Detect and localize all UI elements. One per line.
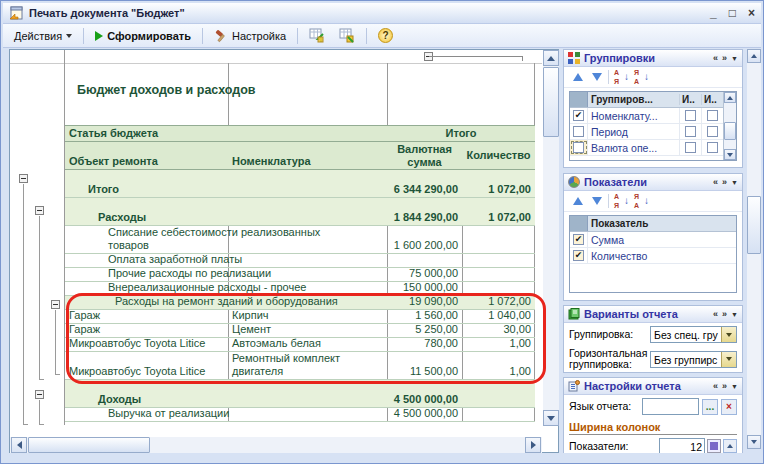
checkbox-checked[interactable]: ✔ <box>573 234 584 245</box>
cell-nomenclature[interactable]: Цемент <box>228 324 387 337</box>
expand-panel-icon[interactable]: » <box>722 309 727 319</box>
grid-header-grouping[interactable]: Группиров... <box>588 94 679 105</box>
settings-button[interactable]: Настройка <box>208 26 292 46</box>
cell-object[interactable]: Микроавтобус Toyota Litice <box>65 338 228 351</box>
cell-quantity[interactable] <box>462 282 535 295</box>
checkbox-cell[interactable] <box>679 108 701 123</box>
report-row[interactable]: ГаражЦемент5 250,0030,00 <box>65 324 535 338</box>
sort-ascending-icon[interactable]: АЯ↓ <box>613 69 629 85</box>
cell-label[interactable]: Доходы <box>65 380 387 407</box>
checkbox-unchecked[interactable] <box>573 126 584 137</box>
cell-amount[interactable]: 150 000,00 <box>387 282 462 295</box>
grouping-name[interactable]: Валюта опе... <box>588 142 679 154</box>
collapse-group-icon[interactable] <box>35 206 44 215</box>
indicator-name[interactable]: Количество <box>588 250 736 262</box>
col-header-nomenclature[interactable]: Номенклатура <box>228 142 387 169</box>
grouping-select[interactable]: Без спец. гру <box>650 326 737 343</box>
move-down-button[interactable] <box>589 70 604 85</box>
collapse-group-icon[interactable] <box>19 174 28 183</box>
scroll-left-button[interactable] <box>11 437 27 453</box>
checkbox-unchecked[interactable] <box>685 110 696 121</box>
report-row[interactable]: Выручка от реализации4 500 000,00 <box>65 408 535 422</box>
report-row[interactable]: Прочие расходы по реализации75 000,00 <box>65 268 535 282</box>
sort-ascending-icon[interactable]: АЯ↓ <box>613 193 629 209</box>
cell-amount[interactable]: 4 500 000,00 <box>387 380 462 407</box>
sort-descending-icon[interactable]: ЯА↓ <box>633 69 649 85</box>
indicator-name[interactable]: Сумма <box>588 234 736 246</box>
checkbox-cell[interactable]: ✔ <box>570 248 588 263</box>
scroll-right-button[interactable] <box>525 437 541 453</box>
indicators-width-input[interactable]: 12 <box>659 438 705 453</box>
cell-amount[interactable]: 1 600 200,00 <box>387 226 462 253</box>
cell-object[interactable]: Гараж <box>65 324 228 337</box>
ellipsis-button[interactable]: ... <box>702 399 718 415</box>
scroll-up-button[interactable] <box>747 49 761 63</box>
vscroll-thumb[interactable] <box>543 67 559 137</box>
report-row[interactable]: ГаражКирпич1 560,001 040,00 <box>65 310 535 324</box>
collapse-panel-icon[interactable]: « <box>713 381 718 391</box>
cell-amount[interactable]: 19 090,00 <box>387 296 462 309</box>
checkbox-cell[interactable]: ✔ <box>570 232 588 247</box>
cell-label[interactable]: Выручка от реализации <box>65 408 387 421</box>
grouping-row[interactable]: Валюта опе... <box>570 140 736 156</box>
cell-label[interactable]: Прочие расходы по реализации <box>65 268 387 281</box>
cell-quantity[interactable] <box>462 226 535 253</box>
checkbox-unchecked[interactable] <box>707 142 718 153</box>
cell-object[interactable]: Микроавтобус Toyota Litice <box>65 352 228 379</box>
col-header-total[interactable]: Итого <box>387 126 535 141</box>
col-header-object[interactable]: Объект ремонта <box>65 142 228 169</box>
report-row[interactable]: Микроавтобус Toyota LiticeРемонтный комп… <box>65 352 535 380</box>
report-grid[interactable]: Бюджет доходов и расходов Статья бюджета… <box>65 63 535 422</box>
report-row[interactable]: Доходы4 500 000,00 <box>65 380 535 408</box>
save-settings-button[interactable] <box>303 25 331 46</box>
cell-quantity[interactable] <box>462 268 535 281</box>
chevron-down-icon[interactable] <box>721 327 736 342</box>
cell-nomenclature[interactable]: Автоэмаль белая <box>228 338 387 351</box>
report-row[interactable]: Итого6 344 290,001 072,00 <box>65 170 535 198</box>
col-header-empty[interactable] <box>228 126 387 141</box>
indicator-row[interactable]: ✔Количество <box>570 248 736 264</box>
checkbox-unchecked[interactable] <box>685 142 696 153</box>
checkbox-cell[interactable] <box>701 124 723 139</box>
collapse-panel-icon[interactable]: « <box>713 309 718 319</box>
report-row[interactable]: Внереализационные расходы - прочее150 00… <box>65 282 535 296</box>
hscroll-thumb[interactable] <box>28 437 150 453</box>
scroll-up-button[interactable] <box>543 50 559 66</box>
cell-label[interactable]: Расходы на ремонт зданий и оборудования <box>65 296 387 309</box>
cell-quantity[interactable]: 1 072,00 <box>462 170 535 197</box>
report-title-row[interactable]: Бюджет доходов и расходов <box>65 77 535 125</box>
move-up-button[interactable] <box>570 194 585 209</box>
report-language-input[interactable] <box>642 398 699 415</box>
close-button[interactable]: × <box>748 7 755 19</box>
chevron-down-icon[interactable] <box>721 352 736 367</box>
checkbox-cell[interactable] <box>679 124 701 139</box>
cell-amount[interactable]: 1 844 290,00 <box>387 198 462 225</box>
cell-label[interactable]: Внереализационные расходы - прочее <box>65 282 387 295</box>
grouping-name[interactable]: Номенклату... <box>588 110 679 122</box>
cell-quantity[interactable]: 1 040,00 <box>462 310 535 323</box>
panel-menu-icon[interactable]: ▼ <box>731 311 738 318</box>
checkbox-cell[interactable] <box>701 108 723 123</box>
grid-header-i2[interactable]: И.. <box>701 94 723 105</box>
generate-button[interactable]: Сформировать <box>89 27 197 45</box>
cell-amount[interactable]: 4 500 000,00 <box>387 408 462 421</box>
cell-amount[interactable] <box>387 254 462 267</box>
panel-menu-icon[interactable]: ▼ <box>731 55 738 62</box>
cell-quantity[interactable] <box>462 380 535 407</box>
cell-label[interactable]: Итого <box>65 170 387 197</box>
cell-quantity[interactable] <box>462 408 535 421</box>
collapse-group-icon[interactable] <box>35 390 44 399</box>
restore-settings-button[interactable] <box>333 25 361 46</box>
checkbox-unchecked[interactable] <box>573 142 584 153</box>
panel-indicators-header[interactable]: Показатели « » ▼ <box>564 174 742 191</box>
actions-button[interactable]: Действия <box>8 27 78 45</box>
panel-menu-icon[interactable]: ▼ <box>731 179 738 186</box>
checkbox-cell[interactable] <box>679 140 701 155</box>
cell-object[interactable]: Гараж <box>65 310 228 323</box>
checkbox-cell[interactable]: ✔ <box>570 108 588 123</box>
maximize-button[interactable]: □ <box>729 7 736 19</box>
cell-label[interactable]: Списание себестоимости реализованных тов… <box>65 226 387 253</box>
checkbox-checked[interactable]: ✔ <box>573 250 584 261</box>
grid-header-i1[interactable]: И.. <box>679 94 701 105</box>
grid-header-indicator[interactable]: Показатель <box>588 218 736 229</box>
